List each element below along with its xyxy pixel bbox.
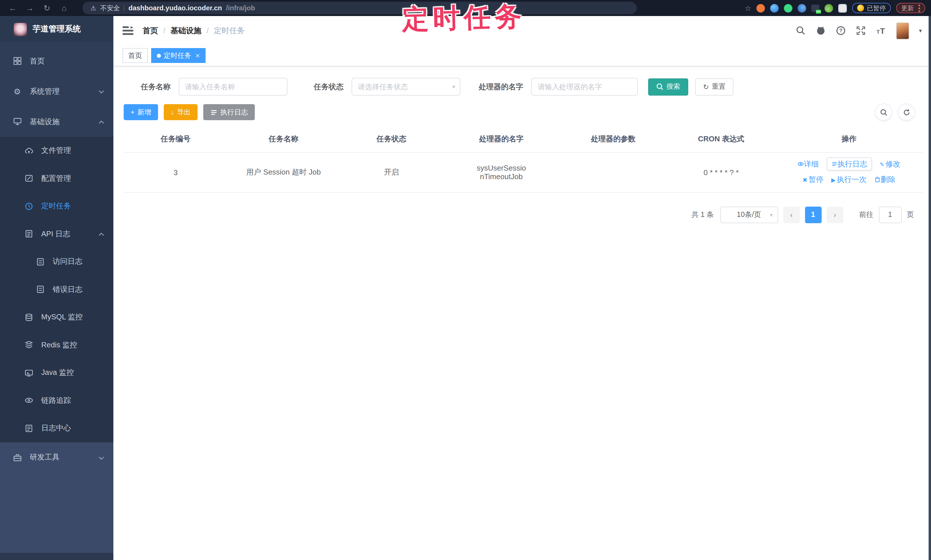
tag-view-bar: 首页 定时任务 ✕ [113, 45, 931, 66]
refresh-icon: ↻ [703, 83, 709, 91]
reload-icon[interactable]: ↻ [40, 0, 54, 16]
sidebar-item-label: MySQL 监控 [41, 312, 83, 323]
chevron-up-icon [99, 117, 104, 126]
infrastructure-icon [12, 117, 22, 126]
next-page-button[interactable]: › [826, 206, 843, 223]
fullscreen-icon[interactable] [856, 25, 866, 36]
extension-blue-drop-icon[interactable] [770, 4, 779, 12]
search-button[interactable]: 搜索 [648, 78, 688, 95]
sidebar-item-infrastructure[interactable]: 基础设施 [0, 106, 113, 137]
job-status-select[interactable]: ▾ [351, 78, 460, 95]
emoji-face-icon [857, 5, 864, 11]
sidebar-item-java-monitor[interactable]: Java 监控 [0, 359, 113, 386]
add-button[interactable]: + 新增 [124, 104, 158, 120]
sidebar-logo[interactable]: 芋道管理系统 [0, 16, 113, 42]
sidebar-item-label: 文件管理 [41, 146, 71, 156]
plus-icon: + [131, 108, 134, 116]
gear-icon: ⚙ [12, 87, 22, 96]
search-icon[interactable] [796, 25, 806, 36]
address-divider [124, 5, 125, 11]
sidebar-fold-icon[interactable] [123, 26, 133, 35]
sidebar-item-access-logs[interactable]: 访问日志 [0, 248, 113, 275]
handler-name-input[interactable] [531, 78, 638, 95]
job-name-input[interactable] [179, 78, 287, 95]
bookmark-star-icon[interactable]: ☆ [744, 4, 751, 12]
col-handler-name: 处理器的名字 [444, 126, 560, 152]
sidebar-item-mysql-monitor[interactable]: MySQL 监控 [0, 303, 113, 331]
active-dot-icon [157, 54, 161, 57]
sidebar-item-redis-monitor[interactable]: Redis 监控 [0, 331, 113, 359]
close-icon[interactable]: ✕ [195, 52, 200, 58]
sidebar-item-trace[interactable]: 链路追踪 [0, 386, 113, 414]
extension-green-v-icon[interactable] [784, 4, 792, 12]
window-scrollbar[interactable] [929, 16, 931, 560]
goto-page-input[interactable] [879, 206, 902, 223]
detail-link[interactable]: 详细 [798, 160, 819, 168]
sidebar-item-file-management[interactable]: 文件管理 [0, 137, 113, 165]
chevron-down-icon [99, 87, 104, 95]
tab-home[interactable]: 首页 [123, 48, 148, 63]
page-size-select[interactable]: 10条/页 ▾ [720, 206, 778, 223]
sidebar: 芋道管理系统 首页 ⚙ 系统管理 基础设施 [0, 16, 113, 560]
sidebar-item-label: 首页 [30, 56, 45, 66]
handler-name-label: 处理器的名字 [479, 82, 523, 92]
forward-icon[interactable]: → [23, 0, 37, 16]
extension-blue-icon[interactable] [798, 4, 806, 12]
browser-menu-icon[interactable] [919, 4, 920, 12]
api-log-icon [24, 229, 33, 238]
edit-pen-icon: ✎ [880, 162, 885, 168]
breadcrumb: 首页 / 基础设施 / 定时任务 [143, 25, 245, 36]
sidebar-item-log-center[interactable]: 日志中心 [0, 414, 113, 442]
table-row: 3 用户 Session 超时 Job 开启 sysUserSessionTim… [124, 152, 923, 192]
java-icon [24, 368, 33, 377]
address-bar[interactable]: ⚠ 不安全 dashboard.yudao.iocoder.cn/infra/j… [82, 2, 637, 14]
export-button[interactable]: ↓ 导出 [164, 104, 197, 120]
back-icon[interactable]: ← [6, 0, 20, 16]
breadcrumb-infrastructure[interactable]: 基础设施 [171, 25, 202, 36]
cell-job-name: 用户 Session 超时 Job [228, 152, 339, 192]
sidebar-item-devtools[interactable]: 研发工具 [0, 442, 113, 472]
breadcrumb-home[interactable]: 首页 [143, 25, 158, 36]
cell-job-id: 3 [124, 152, 228, 192]
extension-on-badge-icon[interactable]: on [811, 4, 819, 12]
user-avatar[interactable] [896, 22, 909, 39]
extension-leaf-icon[interactable] [825, 4, 833, 12]
sidebar-item-config-management[interactable]: 配置管理 [0, 165, 113, 192]
exec-log-button[interactable]: 执行日志 [203, 104, 255, 120]
sidebar-item-scheduled-jobs[interactable]: 定时任务 [0, 192, 113, 220]
sidebar-item-home[interactable]: 首页 [0, 46, 113, 76]
edit-link[interactable]: ✎修改 [880, 160, 901, 168]
col-job-id: 任务编号 [124, 126, 228, 152]
trace-eye-icon [24, 396, 33, 405]
devtools-icon [12, 453, 22, 462]
pause-link[interactable]: ✖暂停 [803, 175, 823, 184]
select-caret-icon: ▾ [770, 211, 773, 218]
sidebar-item-system[interactable]: ⚙ 系统管理 [0, 76, 113, 106]
current-page[interactable]: 1 [805, 206, 822, 223]
sidebar-item-error-logs[interactable]: 错误日志 [0, 275, 113, 303]
run-once-link[interactable]: ▶执行一次 [831, 175, 866, 184]
home-icon[interactable]: ⌂ [57, 0, 71, 16]
refresh-table-button[interactable] [898, 104, 915, 121]
user-menu-caret-icon[interactable]: ▾ [919, 28, 922, 34]
prev-page-button[interactable]: ‹ [783, 206, 800, 223]
toggle-search-button[interactable] [875, 104, 892, 121]
cell-cron: 0 * * * * ? * [667, 152, 775, 192]
help-icon[interactable]: ? [836, 25, 846, 36]
reset-button[interactable]: ↻ 重置 [695, 78, 734, 95]
tab-scheduled-jobs[interactable]: 定时任务 ✕ [151, 48, 206, 63]
github-icon[interactable] [816, 25, 826, 36]
extension-orange-icon[interactable] [756, 4, 765, 12]
update-button[interactable]: 更新 [896, 3, 925, 13]
mysql-icon [24, 313, 33, 322]
font-size-icon[interactable]: TT [876, 25, 886, 36]
sidebar-item-label: 错误日志 [53, 285, 82, 295]
clock-icon [24, 202, 33, 211]
sidebar-item-label: 日志中心 [41, 423, 71, 434]
sidebar-item-label: 定时任务 [41, 201, 71, 211]
paused-extension-pill[interactable]: 已暂停 [852, 3, 891, 13]
extensions-puzzle-icon[interactable] [838, 4, 847, 12]
sidebar-item-api-logs[interactable]: API 日志 [0, 220, 113, 248]
delete-link[interactable]: 删除 [874, 175, 896, 184]
exec-log-link[interactable]: 执行日志 [826, 157, 872, 171]
